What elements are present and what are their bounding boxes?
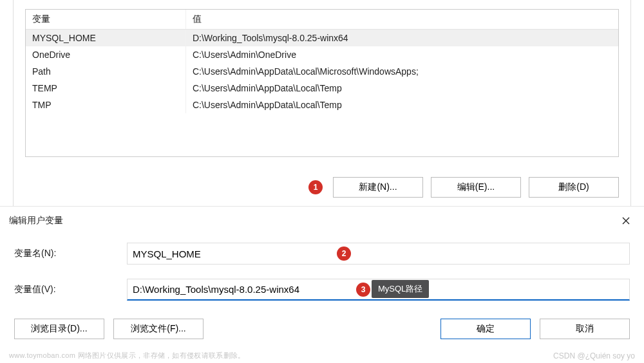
annotation-marker-1: 1 <box>308 180 323 194</box>
column-header-variable[interactable]: 变量 <box>26 10 185 30</box>
variable-name-label: 变量名(N): <box>14 248 127 259</box>
dialog-form: 变量名(N): 2 变量值(V): 3 MySQL路径 <box>0 230 644 301</box>
cell-value: C:\Users\Admin\AppData\Local\Temp <box>185 97 618 113</box>
edit-variable-button[interactable]: 编辑(E)... <box>431 177 521 198</box>
cell-variable: Path <box>26 63 185 80</box>
user-variables-table[interactable]: 变量 值 MYSQL_HOMED:\Working_Tools\mysql-8.… <box>26 10 618 113</box>
new-variable-button[interactable]: 新建(N)... <box>333 177 423 198</box>
watermark-left: www.toymoban.com 网络图片仅供展示，非存储，如有侵权请联系删除。 <box>9 351 245 360</box>
user-variables-table-wrap: 变量 值 MYSQL_HOMED:\Working_Tools\mysql-8.… <box>25 9 619 157</box>
close-icon[interactable] <box>616 212 636 230</box>
delete-variable-button[interactable]: 删除(D) <box>529 177 619 198</box>
table-header-row: 变量 值 <box>26 10 618 30</box>
user-variables-panel: 变量 值 MYSQL_HOMED:\Working_Tools\mysql-8.… <box>13 0 631 207</box>
dialog-titlebar: 编辑用户变量 <box>0 207 644 230</box>
cancel-button[interactable]: 取消 <box>540 319 630 339</box>
cell-variable: MYSQL_HOME <box>26 30 185 47</box>
variable-name-row: 变量名(N): 2 <box>14 243 630 265</box>
browse-file-button[interactable]: 浏览文件(F)... <box>113 319 204 339</box>
user-variables-button-row: 1 新建(N)... 编辑(E)... 删除(D) <box>308 177 619 198</box>
cell-value: D:\Working_Tools\mysql-8.0.25-winx64 <box>185 30 618 47</box>
table-row[interactable]: PathC:\Users\Admin\AppData\Local\Microso… <box>26 63 618 80</box>
variable-name-input[interactable] <box>127 243 630 265</box>
table-row[interactable]: TMPC:\Users\Admin\AppData\Local\Temp <box>26 97 618 113</box>
cell-variable: TMP <box>26 97 185 113</box>
annotation-marker-2: 2 <box>337 247 351 261</box>
ok-button[interactable]: 确定 <box>440 319 531 339</box>
cell-value: C:\Users\Admin\AppData\Local\Temp <box>185 80 618 97</box>
annotation-marker-3: 3 <box>356 283 370 297</box>
browse-directory-button[interactable]: 浏览目录(D)... <box>14 319 104 339</box>
watermark-right: CSDN @¿Quién soy yo <box>553 351 635 360</box>
cell-variable: OneDrive <box>26 46 185 63</box>
edit-user-variable-dialog: 编辑用户变量 变量名(N): 2 变量值(V): 3 MySQL路径 浏览目录(… <box>0 206 644 345</box>
column-header-value[interactable]: 值 <box>185 10 618 30</box>
dialog-title-text: 编辑用户变量 <box>9 215 63 227</box>
variable-value-label: 变量值(V): <box>14 284 127 295</box>
mysql-path-tooltip: MySQL路径 <box>372 280 429 298</box>
table-row[interactable]: OneDriveC:\Users\Admin\OneDrive <box>26 46 618 63</box>
variable-value-row: 变量值(V): 3 MySQL路径 <box>14 279 630 301</box>
table-row[interactable]: MYSQL_HOMED:\Working_Tools\mysql-8.0.25-… <box>26 30 618 47</box>
dialog-button-row: 浏览目录(D)... 浏览文件(F)... 确定 取消 <box>0 315 644 339</box>
cell-value: C:\Users\Admin\AppData\Local\Microsoft\W… <box>185 63 618 80</box>
table-row[interactable]: TEMPC:\Users\Admin\AppData\Local\Temp <box>26 80 618 97</box>
cell-variable: TEMP <box>26 80 185 97</box>
cell-value: C:\Users\Admin\OneDrive <box>185 46 618 63</box>
